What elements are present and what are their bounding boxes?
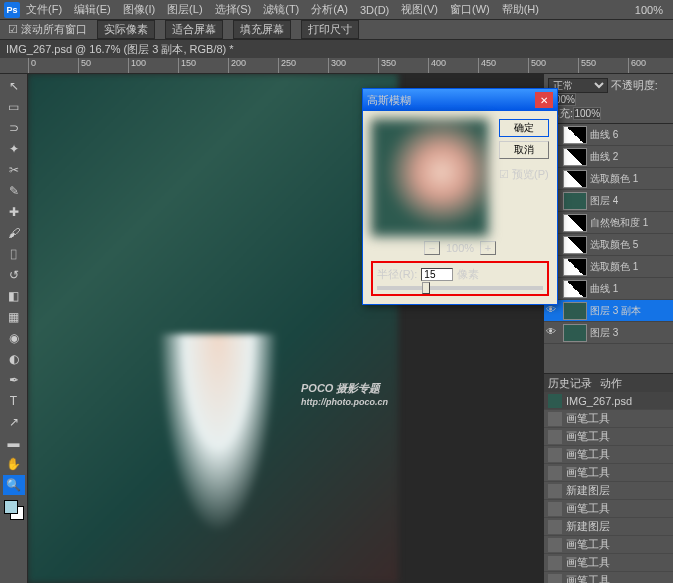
menu-analysis[interactable]: 分析(A) (305, 2, 354, 17)
pen-tool[interactable]: ✒ (3, 370, 25, 390)
history-snapshot[interactable]: IMG_267.psd (544, 392, 673, 410)
layer-row[interactable]: 👁选取颜色 1 (544, 256, 673, 278)
wand-tool[interactable]: ✦ (3, 139, 25, 159)
dialog-titlebar[interactable]: 高斯模糊 ✕ (363, 89, 557, 111)
layer-row[interactable]: 👁曲线 2 (544, 146, 673, 168)
history-step[interactable]: 画笔工具 (544, 536, 673, 554)
menu-window[interactable]: 窗口(W) (444, 2, 496, 17)
menu-select[interactable]: 选择(S) (209, 2, 258, 17)
color-swatch[interactable] (4, 500, 24, 520)
tab-actions[interactable]: 动作 (600, 376, 622, 391)
layer-name: 选取颜色 1 (590, 172, 638, 186)
scroll-all-checkbox[interactable]: ☑ 滚动所有窗口 (8, 22, 87, 37)
menu-edit[interactable]: 编辑(E) (68, 2, 117, 17)
dialog-title: 高斯模糊 (367, 93, 411, 108)
zoom-level[interactable]: 100% (629, 4, 669, 16)
menu-image[interactable]: 图像(I) (117, 2, 161, 17)
layer-row[interactable]: 👁图层 3 副本 (544, 300, 673, 322)
history-step[interactable]: 画笔工具 (544, 464, 673, 482)
menu-help[interactable]: 帮助(H) (496, 2, 545, 17)
layer-row[interactable]: 👁曲线 6 (544, 124, 673, 146)
watermark: POCO 摄影专题 http://photo.poco.cn (301, 374, 388, 407)
layer-name: 图层 3 (590, 326, 618, 340)
history-step[interactable]: 画笔工具 (544, 572, 673, 583)
menu-view[interactable]: 视图(V) (395, 2, 444, 17)
radius-slider[interactable] (377, 286, 543, 290)
visibility-icon[interactable]: 👁 (546, 304, 560, 318)
history-step[interactable]: 画笔工具 (544, 500, 673, 518)
slider-knob[interactable] (422, 282, 430, 294)
document-tab-bar: IMG_267.psd @ 16.7% (图层 3 副本, RGB/8) * (0, 40, 673, 58)
menu-layer[interactable]: 图层(L) (161, 2, 208, 17)
menu-file[interactable]: 文件(F) (20, 2, 68, 17)
layer-blend-options: 正常 不透明度: 填充: (544, 74, 673, 124)
close-icon[interactable]: ✕ (535, 92, 553, 108)
history-brush-tool[interactable]: ↺ (3, 265, 25, 285)
opacity-label: 不透明度: (611, 79, 658, 91)
layer-thumb (563, 236, 587, 254)
hand-tool[interactable]: ✋ (3, 454, 25, 474)
layer-thumb (563, 148, 587, 166)
filter-preview[interactable] (371, 119, 489, 237)
app-logo: Ps (4, 2, 20, 18)
fill-screen-button[interactable]: 填充屏幕 (233, 20, 291, 39)
document-tab[interactable]: IMG_267.psd @ 16.7% (图层 3 副本, RGB/8) * (6, 42, 234, 57)
layer-row[interactable]: 👁图层 4 (544, 190, 673, 212)
panels: 正常 不透明度: 填充: 👁曲线 6👁曲线 2👁选取颜色 1👁图层 4👁自然饱和… (543, 74, 673, 583)
layer-row[interactable]: 👁曲线 1 (544, 278, 673, 300)
eyedropper-tool[interactable]: ✎ (3, 181, 25, 201)
layer-name: 选取颜色 1 (590, 260, 638, 274)
history-step[interactable]: 画笔工具 (544, 428, 673, 446)
brush-icon (548, 556, 562, 570)
layer-thumb (563, 280, 587, 298)
menu-bar: Ps 文件(F) 编辑(E) 图像(I) 图层(L) 选择(S) 滤镜(T) 分… (0, 0, 673, 20)
ok-button[interactable]: 确定 (499, 119, 549, 137)
layer-name: 自然饱和度 1 (590, 216, 648, 230)
layer-name: 曲线 6 (590, 128, 618, 142)
actual-pixels-button[interactable]: 实际像素 (97, 20, 155, 39)
menu-3d[interactable]: 3D(D) (354, 4, 395, 16)
type-tool[interactable]: T (3, 391, 25, 411)
fit-screen-button[interactable]: 适合屏幕 (165, 20, 223, 39)
zoom-tool[interactable]: 🔍 (3, 475, 25, 495)
crop-tool[interactable]: ✂ (3, 160, 25, 180)
lasso-tool[interactable]: ⊃ (3, 118, 25, 138)
layer-row[interactable]: 👁自然饱和度 1 (544, 212, 673, 234)
zoom-in-button[interactable]: + (480, 241, 496, 255)
preview-checkbox[interactable]: ☑预览(P) (499, 167, 549, 182)
layer-row[interactable]: 👁选取颜色 5 (544, 234, 673, 256)
shape-tool[interactable]: ▬ (3, 433, 25, 453)
history-step[interactable]: 画笔工具 (544, 554, 673, 572)
blur-tool[interactable]: ◉ (3, 328, 25, 348)
path-tool[interactable]: ↗ (3, 412, 25, 432)
history-step[interactable]: 画笔工具 (544, 410, 673, 428)
menu-filter[interactable]: 滤镜(T) (257, 2, 305, 17)
layer-row[interactable]: 👁图层 3 (544, 322, 673, 344)
layer-name: 图层 3 副本 (590, 304, 641, 318)
history-step[interactable]: 画笔工具 (544, 446, 673, 464)
brush-icon (548, 538, 562, 552)
dodge-tool[interactable]: ◐ (3, 349, 25, 369)
history-step[interactable]: 新建图层 (544, 518, 673, 536)
eraser-tool[interactable]: ◧ (3, 286, 25, 306)
gradient-tool[interactable]: ▦ (3, 307, 25, 327)
print-size-button[interactable]: 打印尺寸 (301, 20, 359, 39)
marquee-tool[interactable]: ▭ (3, 97, 25, 117)
layer-name: 图层 4 (590, 194, 618, 208)
tab-history[interactable]: 历史记录 (548, 376, 592, 391)
visibility-icon[interactable]: 👁 (546, 326, 560, 340)
zoom-out-button[interactable]: − (424, 241, 440, 255)
brush-icon (548, 430, 562, 444)
brush-tool[interactable]: 🖌 (3, 223, 25, 243)
layer-thumb (563, 126, 587, 144)
history-step[interactable]: 新建图层 (544, 482, 673, 500)
layer-name: 曲线 2 (590, 150, 618, 164)
stamp-tool[interactable]: ⌷ (3, 244, 25, 264)
layer-row[interactable]: 👁选取颜色 1 (544, 168, 673, 190)
brush-icon (548, 448, 562, 462)
fill-input[interactable] (573, 107, 601, 120)
move-tool[interactable]: ↖ (3, 76, 25, 96)
heal-tool[interactable]: ✚ (3, 202, 25, 222)
radius-input[interactable] (421, 268, 453, 281)
cancel-button[interactable]: 取消 (499, 141, 549, 159)
